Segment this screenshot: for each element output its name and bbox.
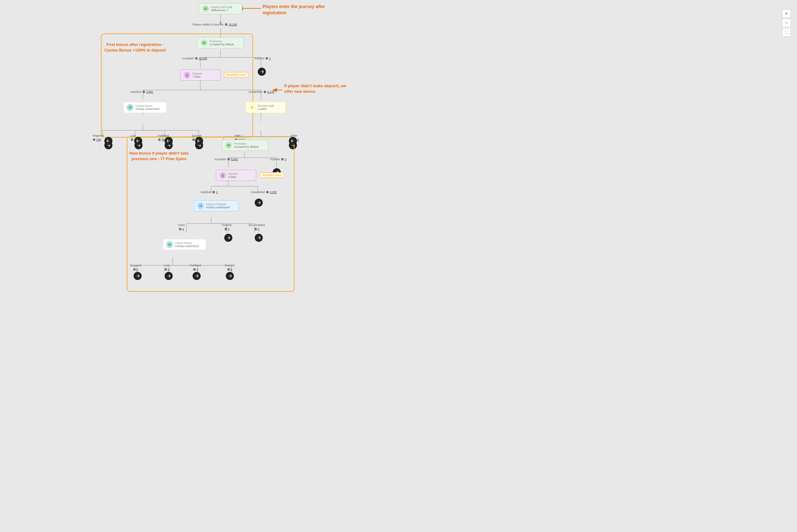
svg-point-12 bbox=[93, 138, 95, 141]
exit-wagered-2[interactable] bbox=[133, 272, 142, 280]
expired-label-2: Expired 0 bbox=[270, 158, 286, 161]
promotion2-icon bbox=[225, 142, 232, 149]
casino-bonus-node-2[interactable]: Casino bonus Activity customized bbox=[163, 239, 206, 250]
deposit2-icon: $ bbox=[219, 172, 226, 179]
forfeited-label-2: Forfeited 2 bbox=[190, 264, 201, 271]
casino2-title: Casino bonus bbox=[175, 242, 199, 245]
svg-point-10 bbox=[264, 91, 266, 93]
deposit1-sub: 7 days bbox=[192, 75, 202, 78]
enter-button-box2-4[interactable] bbox=[195, 137, 203, 145]
casino2-icon bbox=[166, 241, 173, 248]
freespin-title: Casino Freespin bbox=[206, 203, 230, 206]
entry-title: Players Ref code bbox=[211, 5, 232, 9]
annotation-no-deposit: If player didn't make deposit, we offer … bbox=[284, 83, 346, 94]
accepted-label-1: Accepted 15,200 bbox=[182, 57, 207, 60]
zoom-controls: + − ⛶ bbox=[782, 9, 791, 37]
canvas: + − ⛶ Players enter the journey after re… bbox=[0, 0, 797, 532]
casino1-icon bbox=[127, 104, 133, 111]
freespin-icon bbox=[197, 202, 204, 209]
enter-button-box2-1[interactable] bbox=[104, 137, 112, 145]
players-added-label: Players added to journey 15,200 bbox=[192, 23, 237, 26]
annotation-bonus1: First bonus after registration - Casino … bbox=[103, 42, 168, 53]
entry-sub: NbBonuses: 7 bbox=[211, 9, 232, 12]
svg-point-7 bbox=[265, 57, 268, 60]
promotion1-sub: Accepted by default bbox=[209, 43, 234, 46]
accepted-label-2: Accepted 5,842 bbox=[214, 158, 238, 161]
exit-button-expired-fs[interactable] bbox=[224, 234, 232, 242]
wagered-label-1: Wagered 146 bbox=[93, 134, 104, 141]
deposit1-title: Deposit bbox=[192, 72, 202, 75]
zoom-out-button[interactable]: − bbox=[782, 19, 791, 27]
entry-node[interactable]: Players Ref code NbBonuses: 7 bbox=[199, 3, 242, 14]
promotion2-sub: Accepted by default bbox=[234, 145, 258, 148]
decision-node-1[interactable]: ✦ Decision split 1 paths bbox=[245, 102, 286, 113]
zoom-in-button[interactable]: + bbox=[782, 9, 791, 18]
decision1-icon: ✦ bbox=[249, 104, 256, 111]
exit-button-not-complied[interactable] bbox=[255, 234, 263, 242]
freespin-sub: Activity customized bbox=[206, 206, 230, 209]
used-label: Used 4 bbox=[178, 224, 185, 231]
deposit-node-1[interactable]: $ Deposit 7 days bbox=[180, 70, 221, 81]
deposit2-title: Deposit bbox=[228, 172, 238, 175]
exit-button-expired-1[interactable] bbox=[258, 68, 266, 76]
svg-point-30 bbox=[227, 158, 230, 160]
svg-point-46 bbox=[227, 268, 230, 271]
svg-rect-0 bbox=[204, 7, 207, 10]
enter-button-box2-3[interactable] bbox=[165, 137, 173, 145]
svg-point-44 bbox=[164, 268, 167, 271]
promotion1-icon bbox=[201, 39, 207, 46]
exit-expired-3[interactable] bbox=[226, 272, 234, 280]
satisfied-label-1: Satisfied 2,081 bbox=[130, 90, 153, 93]
exit-button-unsat-2[interactable] bbox=[255, 198, 263, 207]
unsatisfied-label-2: Unsatisfied 3,292 bbox=[251, 191, 277, 194]
deposit1-icon: $ bbox=[184, 72, 190, 78]
casino-bonus-node-1[interactable]: Casino bonus Activity customized bbox=[123, 102, 167, 113]
svg-point-34 bbox=[266, 191, 269, 193]
promotion2-title: Promotion bbox=[234, 142, 258, 145]
decision1-sub: 1 paths bbox=[258, 108, 274, 111]
annotation-registration: Players enter the journey after registra… bbox=[262, 4, 331, 16]
promotion1-title: Promotion bbox=[209, 40, 234, 43]
svg-point-43 bbox=[133, 268, 136, 271]
svg-rect-28 bbox=[227, 144, 230, 147]
lost-label-2: Lost 0 bbox=[164, 264, 169, 271]
casino2-sub: Activity customized bbox=[175, 245, 199, 248]
boundary-event-2: Boundary event bbox=[259, 172, 284, 178]
svg-point-33 bbox=[212, 191, 215, 193]
exit-lost-2[interactable] bbox=[165, 272, 173, 280]
expired-freespin-label: Expired 0 bbox=[222, 224, 232, 231]
entry-icon bbox=[202, 5, 209, 12]
promotion-node-2[interactable]: Promotion Accepted by default bbox=[222, 140, 268, 151]
svg-point-9 bbox=[143, 91, 145, 93]
svg-point-31 bbox=[281, 158, 283, 160]
svg-point-45 bbox=[193, 268, 196, 271]
deposit2-sub: 3 days bbox=[228, 175, 238, 178]
svg-rect-4 bbox=[203, 42, 206, 44]
expired3-label: Expired 6 bbox=[225, 264, 235, 271]
svg-point-37 bbox=[179, 228, 181, 230]
wagered-label-2: Wagered 0 bbox=[130, 264, 141, 271]
svg-point-38 bbox=[225, 228, 227, 230]
not-complied-label: Not complied 0 bbox=[248, 224, 265, 231]
decision1-title: Decision split bbox=[258, 104, 274, 108]
svg-point-6 bbox=[195, 57, 198, 60]
casino1-sub: Activity customized bbox=[135, 108, 159, 111]
casino-freespin-node[interactable]: Casino Freespin Activity customized bbox=[194, 200, 239, 211]
exit-forfeited-2[interactable] bbox=[192, 272, 201, 280]
casino1-title: Casino bonus bbox=[135, 104, 159, 108]
annotation-bonus2: New bonus if player didn't take previous… bbox=[128, 151, 190, 162]
expired-label-1: Expired 2 bbox=[255, 57, 271, 60]
boundary-event-1: Boundary event bbox=[224, 72, 249, 78]
zoom-fit-button[interactable]: ⛶ bbox=[782, 28, 791, 37]
deposit-node-2[interactable]: $ Deposit 3 days bbox=[216, 170, 256, 181]
svg-point-3 bbox=[225, 23, 227, 26]
promotion-node-1[interactable]: Promotion Accepted by default bbox=[197, 37, 244, 49]
satisfied-label-2: Satisfied 1 bbox=[200, 191, 218, 194]
enter-button-box2-2[interactable] bbox=[134, 137, 142, 145]
enter-button-box2-5[interactable] bbox=[289, 137, 297, 145]
unsatisfied-label-1: Unsatisfied 5,278 bbox=[248, 90, 274, 93]
svg-point-39 bbox=[254, 228, 257, 230]
